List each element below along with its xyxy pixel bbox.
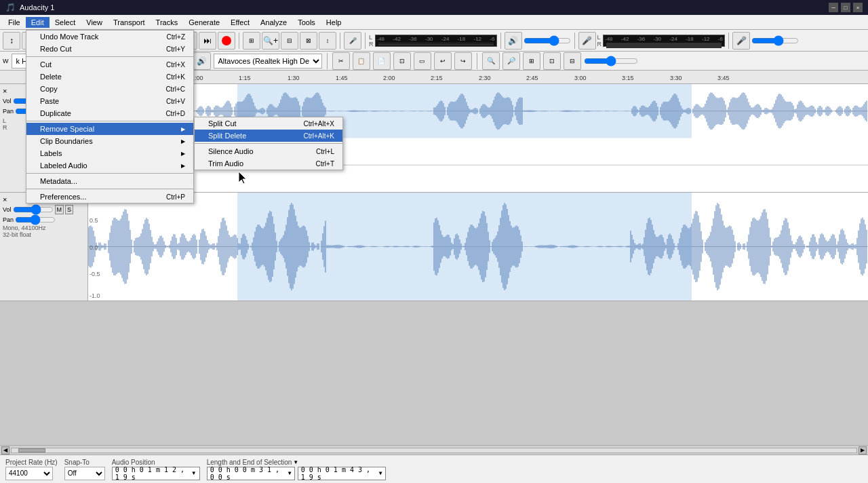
input-device-btn[interactable]: 🔊: [193, 52, 211, 70]
zoom-selection[interactable]: ⊠: [300, 32, 317, 50]
svg-text:3:15: 3:15: [622, 75, 634, 81]
menu-effect[interactable]: Effect: [225, 17, 255, 28]
separator-6: [574, 33, 575, 49]
menu-file[interactable]: File: [3, 17, 26, 28]
submenu-split-delete[interactable]: Split Delete Ctrl+Alt+K: [195, 130, 342, 142]
pan-label-2: Pan: [3, 216, 14, 223]
zoom-out-btn[interactable]: 🔎: [502, 52, 520, 70]
transport-ffwd[interactable]: ⏭: [199, 32, 216, 50]
menu-undo-move-track[interactable]: Undo Move Track Ctrl+Z: [26, 31, 193, 43]
zoom-fit[interactable]: ⊞: [243, 32, 260, 50]
selection-dropdown-arrow[interactable]: ▼: [293, 459, 298, 465]
track-2-vol[interactable]: [13, 207, 54, 212]
svg-text:2:30: 2:30: [479, 75, 491, 81]
snap-to-select[interactable]: Off: [64, 467, 105, 480]
vu-record-meter: -48-42-36-30-24-18-12-6: [603, 35, 725, 47]
zoom-fit-btn[interactable]: ⊡: [543, 52, 561, 70]
menu-generate[interactable]: Generate: [183, 17, 225, 28]
zoom-in[interactable]: 🔍+: [262, 32, 279, 50]
submenu-silence-audio[interactable]: Silence Audio Ctrl+L: [195, 145, 342, 157]
menu-view[interactable]: View: [81, 17, 108, 28]
menu-metadata[interactable]: Metadata...: [26, 175, 193, 187]
track-2-pan[interactable]: [15, 217, 56, 223]
menu-copy[interactable]: Copy Ctrl+C: [26, 83, 193, 95]
track-2: × Mu ▲ Vol M S Pan Mono, 44100Hz 32-bit …: [0, 193, 868, 301]
vu-playback-label: LR: [369, 34, 374, 47]
maximize-button[interactable]: □: [841, 3, 850, 12]
pan-label: Pan: [3, 108, 14, 115]
separator-7: [728, 33, 729, 49]
edit-paste[interactable]: 📄: [373, 52, 391, 70]
menu-select[interactable]: Select: [50, 17, 81, 28]
edit-undo[interactable]: ↩: [434, 52, 452, 70]
input-device-select[interactable]: Altavoces (Realtek High Definitio: [214, 54, 322, 69]
close-button[interactable]: ×: [853, 3, 863, 12]
menu-duplicate[interactable]: Duplicate Ctrl+D: [26, 107, 193, 119]
separator-2: [239, 33, 239, 49]
titlebar: 🎵 Audacity 1 ─ □ ×: [0, 0, 868, 15]
menu-remove-special[interactable]: Remove Special ▶: [26, 123, 193, 135]
zoom-in-btn[interactable]: 🔍: [482, 52, 500, 70]
menu-labels[interactable]: Labels ▶: [26, 147, 193, 159]
input-vol-btn[interactable]: 🎤: [732, 32, 750, 50]
transport-record[interactable]: [218, 32, 235, 50]
scroll-left-btn[interactable]: ◀: [1, 446, 9, 455]
minimize-button[interactable]: ─: [829, 3, 838, 12]
menu-labeled-audio[interactable]: Labeled Audio ▶: [26, 159, 193, 172]
edit-redo[interactable]: ↪: [454, 52, 472, 70]
audio-pos-arrow[interactable]: ▼: [191, 470, 197, 476]
edit-silence[interactable]: ▭: [414, 52, 431, 70]
scrollbar-thumb[interactable]: [18, 448, 45, 452]
selection-dropdown-row: Length and End of Selection ▼: [207, 459, 386, 466]
track-2-mute[interactable]: M: [55, 205, 64, 214]
input-monitor-btn[interactable]: 🎤: [578, 32, 596, 50]
menu-delete[interactable]: Delete Ctrl+K: [26, 71, 193, 83]
sel-time-1[interactable]: 0 0 h 0 0 m 3 1 , 0 0 s ▼: [207, 467, 295, 480]
audio-position-group: Audio Position 0 0 h 0 1 m 1 2 , 1 9 s ▼: [112, 459, 200, 480]
menu-preferences[interactable]: Preferences... Ctrl+P: [26, 191, 193, 203]
monitor-input[interactable]: 🎤: [344, 32, 361, 50]
menu-tools[interactable]: Tools: [292, 17, 321, 28]
menu-edit[interactable]: Edit: [26, 17, 50, 28]
edit-cut[interactable]: ✂: [332, 52, 350, 70]
input-volume-slider[interactable]: [751, 38, 799, 43]
separator-5: [500, 33, 501, 49]
submenu-trim-audio[interactable]: Trim Audio Ctrl+T: [195, 157, 342, 170]
menu-help[interactable]: Help: [321, 17, 347, 28]
track-1-close[interactable]: ×: [3, 87, 7, 95]
menu-transport[interactable]: Transport: [108, 17, 151, 28]
menu-clip-boundaries[interactable]: Clip Boundaries ▶: [26, 135, 193, 147]
submenu-split-cut[interactable]: Split Cut Ctrl+Alt+X: [195, 117, 342, 130]
scrollbar-track: [11, 448, 857, 453]
audio-position-input[interactable]: 0 0 h 0 1 m 1 2 , 1 9 s ▼: [112, 467, 200, 480]
menu-tracks[interactable]: Tracks: [151, 17, 184, 28]
edit-copy[interactable]: 📋: [353, 52, 370, 70]
selection-label: Length and End of Selection: [207, 459, 292, 466]
volume-speaker[interactable]: 🔊: [505, 32, 522, 50]
zoom-level-slider[interactable]: [584, 58, 638, 64]
horizontal-scrollbar[interactable]: ◀ ▶: [0, 445, 868, 455]
vu-record-label: LR: [597, 34, 602, 47]
project-rate-select[interactable]: 44100: [5, 467, 53, 480]
separator-d2: [477, 53, 477, 69]
svg-text:2:15: 2:15: [431, 75, 443, 81]
track-2-waveform[interactable]: [88, 193, 868, 301]
menu-redo-cut[interactable]: Redo Cut Ctrl+Y: [26, 43, 193, 55]
zoom-ext-btn[interactable]: ⊟: [564, 52, 581, 70]
audio-position-label: Audio Position: [112, 459, 200, 466]
zoom-scrub[interactable]: ↕: [319, 32, 336, 50]
track-2-close[interactable]: ×: [3, 195, 7, 204]
menu-analyze[interactable]: Analyze: [255, 17, 292, 28]
track-2-solo[interactable]: S: [65, 205, 73, 214]
menu-cut[interactable]: Cut Ctrl+X: [26, 58, 193, 71]
edit-trim[interactable]: ⊡: [393, 52, 411, 70]
tool-select[interactable]: ↕: [3, 32, 20, 50]
statusbar: Project Rate (Hz) 44100 Snap-To Off Audi…: [0, 455, 868, 483]
vol-label: Vol: [3, 98, 12, 104]
sel-time-2[interactable]: 0 0 h 0 1 m 4 3 , 1 9 s ▼: [298, 467, 386, 480]
volume-slider[interactable]: [524, 38, 571, 43]
menu-paste[interactable]: Paste Ctrl+V: [26, 95, 193, 107]
zoom-out[interactable]: ⊟: [281, 32, 298, 50]
zoom-sel-btn[interactable]: ⊞: [523, 52, 540, 70]
scroll-right-btn[interactable]: ▶: [859, 446, 867, 455]
